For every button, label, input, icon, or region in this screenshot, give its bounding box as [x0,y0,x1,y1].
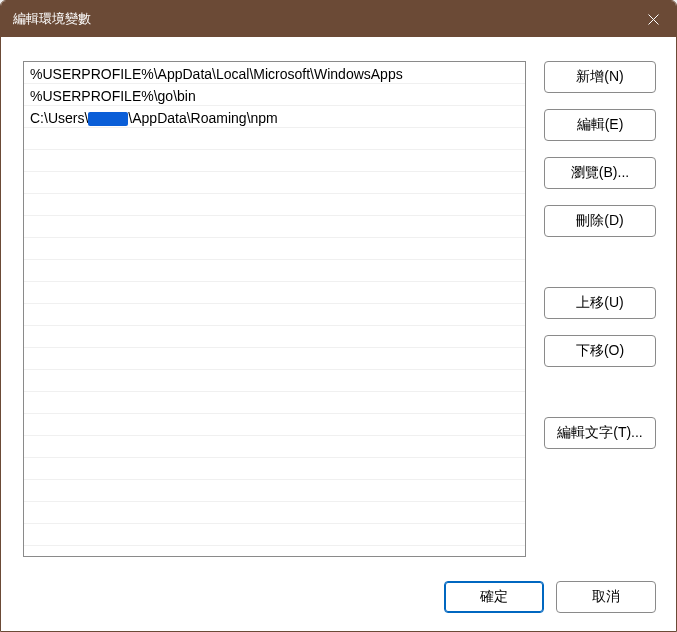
footer: 確定 取消 [1,581,676,631]
titlebar-title: 編輯環境變數 [13,10,630,28]
list-item-empty[interactable] [24,458,525,480]
move-up-button[interactable]: 上移(U) [544,287,656,319]
list-item-empty[interactable] [24,414,525,436]
list-item-empty[interactable] [24,436,525,458]
browse-button[interactable]: 瀏覽(B)... [544,157,656,189]
list-item[interactable]: C:\Users\\AppData\Roaming\npm [24,106,525,128]
redacted-segment [88,112,128,126]
list-item-empty[interactable] [24,282,525,304]
list-item-empty[interactable] [24,524,525,546]
list-item-empty[interactable] [24,172,525,194]
list-item-empty[interactable] [24,216,525,238]
list-item-empty[interactable] [24,194,525,216]
move-down-button[interactable]: 下移(O) [544,335,656,367]
list-item-text-suffix: \AppData\Roaming\npm [128,110,277,126]
list-item-empty[interactable] [24,392,525,414]
close-button[interactable] [630,1,676,37]
delete-button[interactable]: 刪除(D) [544,205,656,237]
list-item-empty[interactable] [24,238,525,260]
list-item-empty[interactable] [24,128,525,150]
list-item-empty[interactable] [24,348,525,370]
list-item-empty[interactable] [24,502,525,524]
titlebar: 編輯環境變數 [1,1,676,37]
list-item-empty[interactable] [24,260,525,282]
path-listbox[interactable]: %USERPROFILE%\AppData\Local\Microsoft\Wi… [23,61,526,557]
list-item-empty[interactable] [24,480,525,502]
edit-text-button[interactable]: 編輯文字(T)... [544,417,656,449]
sidebar-buttons: 新增(N) 編輯(E) 瀏覽(B)... 刪除(D) 上移(U) 下移(O) 編… [544,61,656,563]
cancel-button[interactable]: 取消 [556,581,656,613]
list-item-text-prefix: C:\Users\ [30,110,88,126]
new-button[interactable]: 新增(N) [544,61,656,93]
content-area: %USERPROFILE%\AppData\Local\Microsoft\Wi… [1,37,676,581]
ok-button[interactable]: 確定 [444,581,544,613]
dialog-window: 編輯環境變數 %USERPROFILE%\AppData\Local\Micro… [0,0,677,632]
list-item[interactable]: %USERPROFILE%\AppData\Local\Microsoft\Wi… [24,62,525,84]
edit-button[interactable]: 編輯(E) [544,109,656,141]
close-icon [648,14,659,25]
list-item[interactable]: %USERPROFILE%\go\bin [24,84,525,106]
list-item-empty[interactable] [24,326,525,348]
list-item-empty[interactable] [24,370,525,392]
list-item-empty[interactable] [24,150,525,172]
list-item-empty[interactable] [24,304,525,326]
